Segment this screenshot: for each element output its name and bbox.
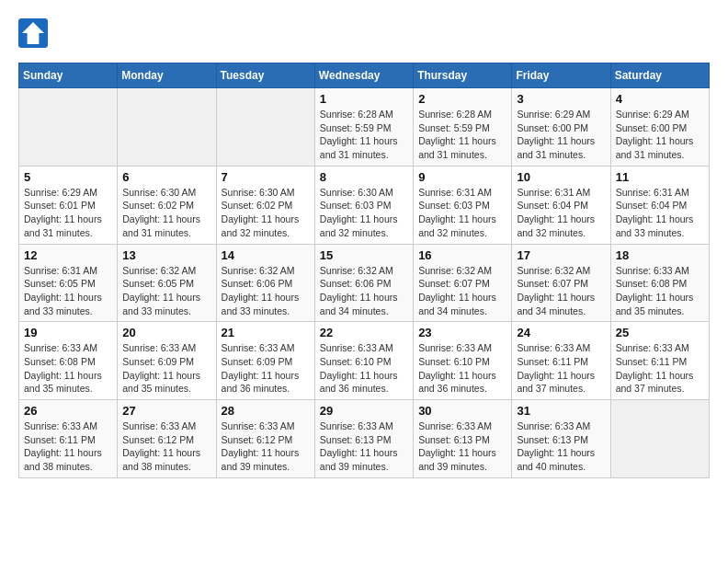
- day-info-13: Sunrise: 6:32 AM Sunset: 6:05 PM Dayligh…: [122, 264, 210, 318]
- day-number-8: 8: [320, 170, 408, 184]
- calendar-cell-w4-d2: 21Sunrise: 6:33 AM Sunset: 6:09 PM Dayli…: [216, 322, 314, 400]
- calendar-header: Sunday Monday Tuesday Wednesday Thursday…: [19, 63, 710, 88]
- day-number-29: 29: [320, 404, 408, 418]
- calendar-cell-w3-d4: 16Sunrise: 6:32 AM Sunset: 6:07 PM Dayli…: [414, 244, 512, 322]
- day-number-9: 9: [418, 170, 506, 184]
- calendar-cell-w3-d1: 13Sunrise: 6:32 AM Sunset: 6:05 PM Dayli…: [118, 244, 216, 322]
- calendar-cell-w2-d6: 11Sunrise: 6:31 AM Sunset: 6:04 PM Dayli…: [610, 166, 709, 244]
- day-info-29: Sunrise: 6:33 AM Sunset: 6:13 PM Dayligh…: [320, 419, 408, 474]
- calendar-table: Sunday Monday Tuesday Wednesday Thursday…: [18, 63, 710, 478]
- day-number-18: 18: [616, 248, 704, 262]
- day-number-12: 12: [24, 248, 112, 262]
- day-info-23: Sunrise: 6:33 AM Sunset: 6:10 PM Dayligh…: [418, 341, 506, 396]
- calendar-cell-w2-d4: 9Sunrise: 6:31 AM Sunset: 6:03 PM Daylig…: [414, 166, 512, 244]
- day-number-10: 10: [517, 170, 605, 184]
- calendar-cell-w4-d3: 22Sunrise: 6:33 AM Sunset: 6:10 PM Dayli…: [314, 322, 413, 400]
- day-number-11: 11: [616, 170, 704, 184]
- calendar-cell-w4-d6: 25Sunrise: 6:33 AM Sunset: 6:11 PM Dayli…: [610, 322, 709, 400]
- calendar-cell-w3-d2: 14Sunrise: 6:32 AM Sunset: 6:06 PM Dayli…: [216, 244, 314, 322]
- calendar-cell-w1-d5: 3Sunrise: 6:29 AM Sunset: 6:00 PM Daylig…: [512, 88, 610, 167]
- calendar-cell-w3-d3: 15Sunrise: 6:32 AM Sunset: 6:06 PM Dayli…: [314, 244, 413, 322]
- calendar-cell-w2-d1: 6Sunrise: 6:30 AM Sunset: 6:02 PM Daylig…: [118, 166, 216, 244]
- day-number-3: 3: [517, 92, 605, 106]
- day-info-14: Sunrise: 6:32 AM Sunset: 6:06 PM Dayligh…: [222, 264, 310, 318]
- calendar-cell-w1-d0: [19, 88, 118, 167]
- calendar-cell-w1-d6: 4Sunrise: 6:29 AM Sunset: 6:00 PM Daylig…: [610, 88, 709, 167]
- day-info-6: Sunrise: 6:30 AM Sunset: 6:02 PM Dayligh…: [122, 186, 210, 240]
- day-number-17: 17: [517, 248, 605, 262]
- day-info-12: Sunrise: 6:31 AM Sunset: 6:05 PM Dayligh…: [24, 264, 112, 318]
- day-info-8: Sunrise: 6:30 AM Sunset: 6:03 PM Dayligh…: [320, 186, 408, 240]
- day-info-16: Sunrise: 6:32 AM Sunset: 6:07 PM Dayligh…: [418, 264, 506, 318]
- calendar-cell-w4-d4: 23Sunrise: 6:33 AM Sunset: 6:10 PM Dayli…: [414, 322, 512, 400]
- day-info-11: Sunrise: 6:31 AM Sunset: 6:04 PM Dayligh…: [616, 186, 704, 240]
- day-info-3: Sunrise: 6:29 AM Sunset: 6:00 PM Dayligh…: [517, 108, 605, 162]
- day-number-13: 13: [122, 248, 210, 262]
- calendar-cell-w2-d3: 8Sunrise: 6:30 AM Sunset: 6:03 PM Daylig…: [314, 166, 413, 244]
- day-info-20: Sunrise: 6:33 AM Sunset: 6:09 PM Dayligh…: [122, 341, 210, 396]
- day-info-9: Sunrise: 6:31 AM Sunset: 6:03 PM Dayligh…: [418, 186, 506, 240]
- day-info-22: Sunrise: 6:33 AM Sunset: 6:10 PM Dayligh…: [320, 341, 408, 396]
- day-info-21: Sunrise: 6:33 AM Sunset: 6:09 PM Dayligh…: [222, 341, 310, 396]
- page-header: [18, 18, 710, 48]
- day-number-15: 15: [320, 248, 408, 262]
- day-number-31: 31: [517, 404, 605, 418]
- day-info-26: Sunrise: 6:33 AM Sunset: 6:11 PM Dayligh…: [24, 419, 112, 474]
- calendar-cell-w4-d1: 20Sunrise: 6:33 AM Sunset: 6:09 PM Dayli…: [118, 322, 216, 400]
- day-number-26: 26: [24, 404, 112, 418]
- day-info-24: Sunrise: 6:33 AM Sunset: 6:11 PM Dayligh…: [517, 341, 605, 396]
- weekday-tuesday: Tuesday: [216, 63, 314, 88]
- calendar-cell-w5-d2: 28Sunrise: 6:33 AM Sunset: 6:12 PM Dayli…: [216, 400, 314, 478]
- calendar-cell-w3-d6: 18Sunrise: 6:33 AM Sunset: 6:08 PM Dayli…: [610, 244, 709, 322]
- day-info-17: Sunrise: 6:32 AM Sunset: 6:07 PM Dayligh…: [517, 264, 605, 318]
- weekday-friday: Friday: [512, 63, 610, 88]
- weekday-wednesday: Wednesday: [314, 63, 413, 88]
- calendar-body: 1Sunrise: 6:28 AM Sunset: 5:59 PM Daylig…: [19, 88, 710, 478]
- day-number-7: 7: [222, 170, 310, 184]
- day-info-27: Sunrise: 6:33 AM Sunset: 6:12 PM Dayligh…: [122, 419, 210, 474]
- weekday-monday: Monday: [118, 63, 216, 88]
- calendar-cell-w5-d4: 30Sunrise: 6:33 AM Sunset: 6:13 PM Dayli…: [414, 400, 512, 478]
- day-info-18: Sunrise: 6:33 AM Sunset: 6:08 PM Dayligh…: [616, 264, 704, 318]
- day-number-19: 19: [24, 326, 112, 339]
- day-number-20: 20: [122, 326, 210, 339]
- weekday-saturday: Saturday: [610, 63, 709, 88]
- day-info-31: Sunrise: 6:33 AM Sunset: 6:13 PM Dayligh…: [517, 419, 605, 474]
- calendar-cell-w5-d0: 26Sunrise: 6:33 AM Sunset: 6:11 PM Dayli…: [19, 400, 118, 478]
- calendar-week-5: 26Sunrise: 6:33 AM Sunset: 6:11 PM Dayli…: [19, 400, 710, 478]
- day-number-25: 25: [616, 326, 704, 339]
- calendar-week-2: 5Sunrise: 6:29 AM Sunset: 6:01 PM Daylig…: [19, 166, 710, 244]
- day-info-15: Sunrise: 6:32 AM Sunset: 6:06 PM Dayligh…: [320, 264, 408, 318]
- day-info-25: Sunrise: 6:33 AM Sunset: 6:11 PM Dayligh…: [616, 341, 704, 396]
- day-number-28: 28: [222, 404, 310, 418]
- calendar-cell-w4-d0: 19Sunrise: 6:33 AM Sunset: 6:08 PM Dayli…: [19, 322, 118, 400]
- calendar-cell-w5-d5: 31Sunrise: 6:33 AM Sunset: 6:13 PM Dayli…: [512, 400, 610, 478]
- calendar-cell-w1-d2: [216, 88, 314, 167]
- calendar-cell-w2-d2: 7Sunrise: 6:30 AM Sunset: 6:02 PM Daylig…: [216, 166, 314, 244]
- day-number-5: 5: [24, 170, 112, 184]
- calendar-cell-w4-d5: 24Sunrise: 6:33 AM Sunset: 6:11 PM Dayli…: [512, 322, 610, 400]
- day-number-1: 1: [320, 92, 408, 106]
- calendar-cell-w5-d1: 27Sunrise: 6:33 AM Sunset: 6:12 PM Dayli…: [118, 400, 216, 478]
- calendar-cell-w3-d5: 17Sunrise: 6:32 AM Sunset: 6:07 PM Dayli…: [512, 244, 610, 322]
- day-info-30: Sunrise: 6:33 AM Sunset: 6:13 PM Dayligh…: [418, 419, 506, 474]
- calendar-cell-w1-d4: 2Sunrise: 6:28 AM Sunset: 5:59 PM Daylig…: [414, 88, 512, 167]
- day-number-23: 23: [418, 326, 506, 339]
- day-number-14: 14: [222, 248, 310, 262]
- day-number-27: 27: [122, 404, 210, 418]
- calendar-cell-w5-d3: 29Sunrise: 6:33 AM Sunset: 6:13 PM Dayli…: [314, 400, 413, 478]
- logo: [18, 18, 51, 48]
- day-number-21: 21: [222, 326, 310, 339]
- weekday-sunday: Sunday: [19, 63, 118, 88]
- day-info-10: Sunrise: 6:31 AM Sunset: 6:04 PM Dayligh…: [517, 186, 605, 240]
- weekday-header-row: Sunday Monday Tuesday Wednesday Thursday…: [19, 63, 710, 88]
- calendar-cell-w1-d3: 1Sunrise: 6:28 AM Sunset: 5:59 PM Daylig…: [314, 88, 413, 167]
- day-info-2: Sunrise: 6:28 AM Sunset: 5:59 PM Dayligh…: [418, 108, 506, 162]
- day-info-4: Sunrise: 6:29 AM Sunset: 6:00 PM Dayligh…: [616, 108, 704, 162]
- day-info-19: Sunrise: 6:33 AM Sunset: 6:08 PM Dayligh…: [24, 341, 112, 396]
- calendar-cell-w2-d0: 5Sunrise: 6:29 AM Sunset: 6:01 PM Daylig…: [19, 166, 118, 244]
- calendar-week-3: 12Sunrise: 6:31 AM Sunset: 6:05 PM Dayli…: [19, 244, 710, 322]
- day-info-7: Sunrise: 6:30 AM Sunset: 6:02 PM Dayligh…: [222, 186, 310, 240]
- day-number-16: 16: [418, 248, 506, 262]
- day-number-30: 30: [418, 404, 506, 418]
